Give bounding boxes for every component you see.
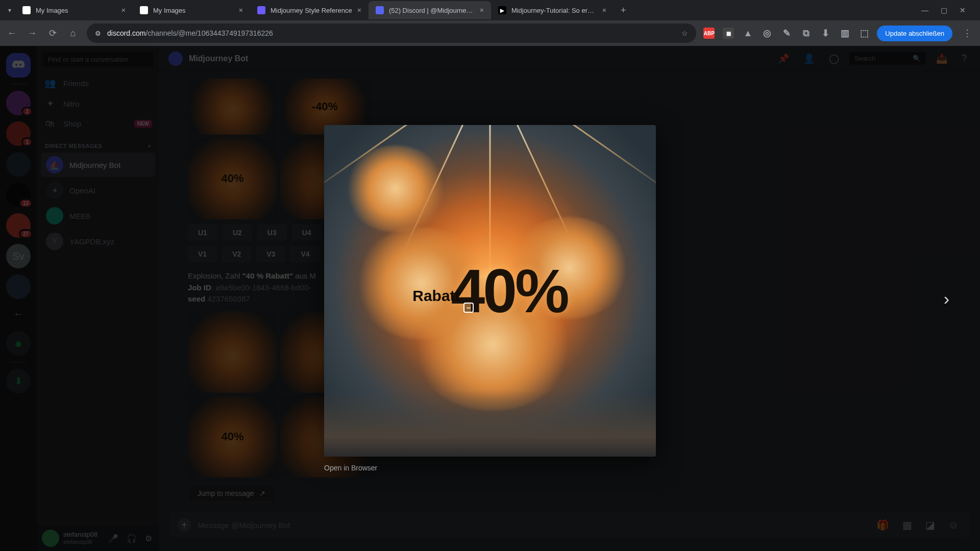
extension-icon[interactable]: ◎ — [762, 28, 773, 39]
tab-title: My Images — [36, 7, 116, 14]
close-icon[interactable]: × — [239, 6, 243, 14]
favicon — [22, 6, 31, 14]
close-icon[interactable]: × — [121, 6, 126, 14]
tab-1[interactable]: My Images × — [133, 1, 250, 19]
zoom-out-cursor-icon: – — [463, 303, 474, 313]
address-bar[interactable]: ⚙ discord.com/channels/@me/1063443749197… — [87, 23, 696, 43]
tab-title: My Images — [153, 7, 234, 14]
bookmark-star-icon[interactable]: ☆ — [681, 29, 688, 37]
window-maximize[interactable]: ▢ — [941, 6, 947, 14]
extensions-puzzle-icon[interactable]: ⧉ — [800, 28, 812, 39]
nav-reload[interactable]: ⟳ — [46, 28, 59, 39]
nav-home[interactable]: ⌂ — [66, 28, 80, 39]
open-in-browser-link[interactable]: Open in Browser — [324, 457, 656, 472]
extension-abp-icon[interactable]: ABP — [703, 28, 715, 39]
tab-4[interactable]: ▶ Midjourney-Tutorial: So erstell × — [491, 1, 614, 19]
nav-back[interactable]: ← — [5, 28, 18, 39]
favicon: ▶ — [498, 6, 506, 14]
close-icon[interactable]: × — [602, 6, 606, 14]
favicon — [257, 6, 265, 14]
nav-forward[interactable]: → — [26, 28, 39, 39]
tab-title: (52) Discord | @Midjourney Bot — [389, 7, 475, 14]
sidepanel-icon[interactable]: ▥ — [839, 28, 850, 39]
close-icon[interactable]: × — [357, 6, 361, 14]
close-icon[interactable]: × — [480, 6, 484, 14]
image-text-rabatt: Rabatt — [412, 287, 460, 305]
extension-icon[interactable]: ✎ — [781, 28, 792, 39]
favicon — [140, 6, 148, 14]
tab-title: Midjourney Style Reference — [271, 7, 352, 14]
tab-0[interactable]: My Images × — [15, 1, 133, 19]
extension-icon[interactable]: ▲ — [742, 28, 753, 39]
new-tab-button[interactable]: + — [614, 5, 633, 16]
favicon — [376, 6, 384, 14]
tab-title: Midjourney-Tutorial: So erstell — [511, 7, 597, 14]
image-text-40pct: 40% — [451, 256, 568, 326]
tab-2[interactable]: Midjourney Style Reference × — [250, 1, 369, 19]
chrome-menu-icon[interactable]: ⋮ — [960, 28, 975, 39]
extension-icon[interactable]: ▦ — [723, 28, 734, 39]
lightbox-image[interactable]: Rabatt 40% – — [324, 125, 656, 457]
site-info-icon[interactable]: ⚙ — [95, 30, 101, 37]
tab-3[interactable]: (52) Discord | @Midjourney Bot × — [369, 1, 491, 19]
lightbox-next[interactable]: › — [928, 273, 965, 324]
profile-avatar-icon[interactable]: ⬚ — [859, 28, 870, 39]
url-domain: discord.com — [107, 29, 145, 37]
tab-dropdown[interactable]: ▾ — [4, 7, 15, 14]
window-minimize[interactable]: — — [921, 6, 928, 14]
url-path: /channels/@me/1063443749197316226 — [145, 29, 273, 37]
window-close[interactable]: ✕ — [960, 6, 966, 14]
downloads-icon[interactable]: ⬇ — [820, 28, 831, 39]
update-button[interactable]: Update abschließen — [877, 26, 952, 41]
